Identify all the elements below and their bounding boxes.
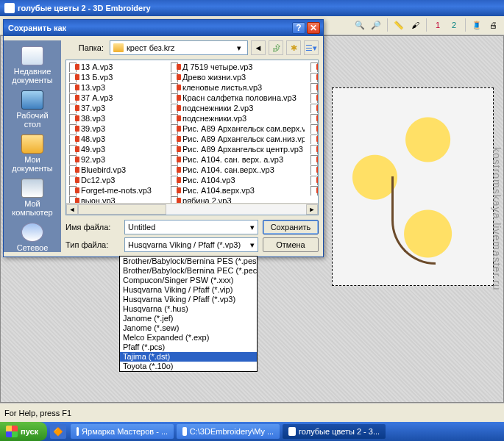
file-item[interactable]: се (310, 103, 319, 113)
filetype-option[interactable]: Brother/Babylock/Bernina PES (*.pes) (120, 257, 257, 266)
filetype-option[interactable]: Janome (*.jef) (120, 314, 257, 323)
toolbar-thread-icon[interactable]: 🧵 (470, 18, 483, 32)
place-docs[interactable]: Недавние документы (8, 45, 57, 87)
file-item[interactable]: Рис. А104. сан. верх. а.vp3 (171, 154, 305, 165)
file-item[interactable]: Рис. А89 Архангельск сам.верх.vp3 (171, 123, 305, 134)
embroidery-preview[interactable] (332, 87, 494, 286)
file-item[interactable]: си (310, 144, 319, 154)
save-as-dialog: Сохранить как ? ✕ Недавние документыРабо… (3, 19, 324, 257)
folder-label: Папка: (65, 43, 107, 52)
place-comp[interactable]: Мой компьютер (8, 177, 57, 220)
file-item[interactable]: 13.vp3 (69, 82, 165, 93)
file-item[interactable]: подснежники 2.vp3 (171, 103, 305, 113)
dialog-body: Недавние документыРабочий столМои докуме… (4, 36, 323, 257)
file-item[interactable]: Forget-me-nots.vp3 (69, 185, 165, 196)
vp3-file-icon (310, 145, 319, 154)
save-button[interactable]: Сохранить (263, 220, 319, 234)
toolbar-num1[interactable]: 1 (431, 18, 444, 32)
file-item[interactable]: си (310, 134, 319, 144)
file-item[interactable]: Древо жизни.vp3 (171, 72, 305, 82)
task-explorer[interactable]: C:\3DEmbroidery\My ... (177, 424, 280, 439)
toolbar-separator (426, 18, 427, 32)
filetype-option[interactable]: Janome (*.sew) (120, 323, 257, 333)
cancel-button[interactable]: Отмена (263, 237, 319, 252)
filetype-option[interactable]: Melco Expanded (*.exp) (120, 333, 257, 343)
place-net[interactable]: Сетевое (8, 221, 57, 255)
scroll-track[interactable] (78, 204, 306, 215)
filetype-option[interactable]: Tajima (*.dst) (120, 352, 257, 362)
scroll-left-button[interactable]: ◄ (66, 204, 78, 215)
file-item[interactable]: са (310, 93, 319, 103)
filetype-option[interactable]: Husqvarna (*.hus) (120, 304, 257, 314)
file-list[interactable]: 13 А.vp313 Б.vp313.vp337 А.vp337.vp338.v… (65, 60, 319, 215)
zoom-out-icon[interactable]: 🔎 (369, 18, 383, 32)
toolbar-num2[interactable]: 2 (447, 18, 461, 32)
filetype-option[interactable]: Compucon/Singer PSW (*.xxx) (120, 276, 257, 285)
toolbar-measure-icon[interactable]: 📏 (392, 18, 405, 32)
file-item[interactable]: фо (310, 175, 319, 185)
file-item[interactable]: фо (310, 165, 319, 175)
file-item[interactable]: са (310, 62, 319, 72)
file-item[interactable]: 38.vp3 (69, 113, 165, 123)
app-titlebar: голубые цветы 2 - 3D Embroidery (0, 0, 504, 16)
file-item[interactable]: кленовые листья.vp3 (171, 82, 305, 93)
scroll-thumb[interactable] (78, 204, 166, 215)
file-item[interactable]: 13 Б.vp3 (69, 72, 165, 82)
filetype-option[interactable]: Husqvarna Viking / Pfaff (*.vip) (120, 285, 257, 295)
file-item[interactable]: 49.vp3 (69, 144, 165, 154)
file-name: 13.vp3 (81, 83, 105, 92)
start-button[interactable]: пуск (0, 422, 47, 441)
file-item[interactable]: Bluebird.vp3 (69, 165, 165, 175)
zoom-in-icon[interactable]: 🔍 (353, 18, 366, 32)
toolbar-save-icon[interactable]: 🖨 (486, 18, 500, 32)
file-item[interactable]: яп (310, 185, 319, 196)
folder-row: Папка: крест без.krz ▾ ◄ ⮵ ✱ ☰▾ (65, 40, 319, 55)
dialog-help-button[interactable]: ? (292, 22, 305, 34)
file-item[interactable]: 92.vp3 (69, 154, 165, 165)
file-item[interactable]: Dc12.vp3 (69, 175, 165, 185)
file-item[interactable]: Д 7519 четыре.vp3 (171, 62, 305, 72)
file-item[interactable]: са (310, 72, 319, 82)
file-item[interactable]: подснежники.vp3 (171, 113, 305, 123)
vp3-file-icon (310, 104, 319, 112)
filetype-option[interactable]: Husqvarna Viking / Pfaff (*.vp3) (120, 295, 257, 304)
file-item[interactable]: Рис. А104.vp3 (171, 175, 305, 185)
list-horizontal-scrollbar[interactable]: ◄ ► (66, 203, 318, 215)
filetype-option[interactable]: Toyota (*.10o) (120, 362, 257, 371)
file-item[interactable]: 37.vp3 (69, 103, 165, 113)
file-item[interactable]: Рис. А104. сан.верх..vp3 (171, 165, 305, 175)
filetype-dropdown[interactable]: Brother/Babylock/Bernina PES (*.pes)Brot… (119, 256, 258, 372)
file-item[interactable]: Рис. А104.верх.vp3 (171, 185, 305, 196)
file-item[interactable]: 48.vp3 (69, 134, 165, 144)
file-item[interactable]: Рис. А89 Архангельск сам.низ.vp3 (171, 134, 305, 144)
back-button[interactable]: ◄ (251, 40, 266, 55)
views-button[interactable]: ☰▾ (304, 40, 319, 55)
filetype-option[interactable]: Brother/Babylock/Bernina PEC (*.pec) (120, 266, 257, 276)
task-3dembroidery[interactable]: голубые цветы 2 - 3... (283, 424, 386, 439)
task-yarmarka[interactable]: Ярмарка Мастеров - ... (71, 424, 174, 439)
vp3-file-icon (310, 93, 319, 102)
file-item[interactable]: си (310, 113, 319, 123)
filetype-option[interactable]: Pfaff (*.pcs) (120, 343, 257, 352)
place-fold[interactable]: Мои документы (8, 133, 57, 176)
toolbar-color-icon[interactable]: 🖌 (408, 18, 422, 32)
place-desk[interactable]: Рабочий стол (8, 89, 57, 132)
file-item[interactable]: 39.vp3 (69, 123, 165, 134)
dialog-close-button[interactable]: ✕ (307, 22, 320, 34)
file-name: 92.vp3 (81, 155, 105, 164)
file-item[interactable]: 37 А.vp3 (69, 93, 165, 103)
folder-combobox[interactable]: крест без.krz ▾ (110, 40, 248, 55)
file-item[interactable]: Красн салфетка половина.vp3 (171, 93, 305, 103)
quick-launch-icon[interactable]: 🔶 (50, 424, 66, 439)
file-item[interactable]: си (310, 123, 319, 134)
file-item[interactable]: Рис. А89 Архангельск центр.vp3 (171, 144, 305, 154)
file-item[interactable]: 13 А.vp3 (69, 62, 165, 72)
new-folder-button[interactable]: ✱ (286, 40, 301, 55)
up-folder-button[interactable]: ⮵ (269, 40, 283, 55)
vp3-file-icon (310, 73, 319, 82)
file-item[interactable]: фо (310, 154, 319, 165)
filetype-combobox[interactable]: Husqvarna Viking / Pfaff (*.vp3) ▾ (124, 237, 258, 252)
filename-input[interactable]: Untitled ▾ (124, 220, 258, 234)
file-item[interactable]: са (310, 82, 319, 93)
scroll-right-button[interactable]: ► (306, 204, 318, 215)
